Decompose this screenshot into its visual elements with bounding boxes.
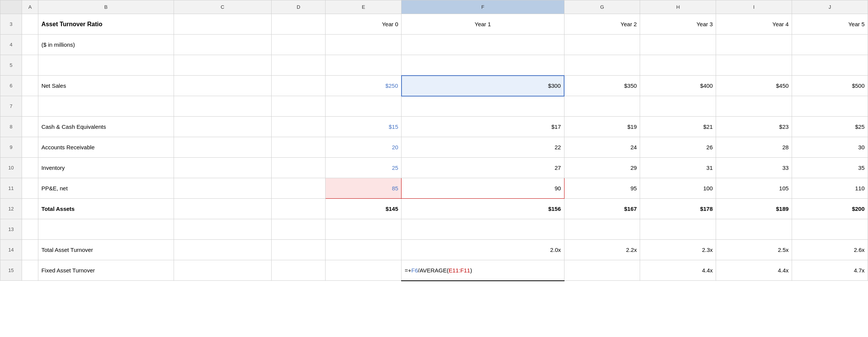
cell-f9[interactable]: 22: [402, 137, 564, 158]
cell-i9[interactable]: 28: [716, 137, 792, 158]
cell-f6[interactable]: $300: [402, 76, 564, 96]
col-header-f[interactable]: F: [402, 0, 564, 14]
cell-h14[interactable]: 2.3x: [640, 240, 716, 260]
cell-h12[interactable]: $178: [640, 199, 716, 219]
cell-f14[interactable]: 2.0x: [402, 240, 564, 260]
cell-j13[interactable]: [792, 219, 868, 240]
cell-d13[interactable]: [271, 219, 326, 240]
cell-b3[interactable]: Asset Turnover Ratio: [38, 14, 174, 35]
cell-d12[interactable]: [271, 199, 326, 219]
cell-i8[interactable]: $23: [716, 117, 792, 137]
cell-c7[interactable]: [174, 96, 271, 117]
cell-g9[interactable]: 24: [564, 137, 640, 158]
cell-a13[interactable]: [22, 219, 38, 240]
cell-j7[interactable]: [792, 96, 868, 117]
cell-h6[interactable]: $400: [640, 76, 716, 96]
cell-c14[interactable]: [174, 240, 271, 260]
cell-d8[interactable]: [271, 117, 326, 137]
cell-d14[interactable]: [271, 240, 326, 260]
cell-e7[interactable]: [326, 96, 402, 117]
cell-f5[interactable]: [402, 55, 564, 76]
cell-d10[interactable]: [271, 158, 326, 178]
cell-c10[interactable]: [174, 158, 271, 178]
cell-j9[interactable]: 30: [792, 137, 868, 158]
cell-e9[interactable]: 20: [326, 137, 402, 158]
cell-f4[interactable]: [402, 35, 564, 55]
cell-j15[interactable]: 4.7x: [792, 260, 868, 281]
cell-a7[interactable]: [22, 96, 38, 117]
cell-a11[interactable]: [22, 178, 38, 199]
cell-i12[interactable]: $189: [716, 199, 792, 219]
cell-g7[interactable]: [564, 96, 640, 117]
col-header-d[interactable]: D: [271, 0, 326, 14]
cell-h7[interactable]: [640, 96, 716, 117]
cell-e10[interactable]: 25: [326, 158, 402, 178]
cell-h5[interactable]: [640, 55, 716, 76]
col-header-b[interactable]: B: [38, 0, 174, 14]
cell-h10[interactable]: 31: [640, 158, 716, 178]
cell-g11[interactable]: 95: [564, 178, 640, 199]
cell-b6[interactable]: Net Sales: [38, 76, 174, 96]
cell-a12[interactable]: [22, 199, 38, 219]
cell-d11[interactable]: [271, 178, 326, 199]
cell-g12[interactable]: $167: [564, 199, 640, 219]
cell-h15[interactable]: 4.4x: [640, 260, 716, 281]
cell-e3[interactable]: Year 0: [326, 14, 402, 35]
cell-d6[interactable]: [271, 76, 326, 96]
cell-c11[interactable]: [174, 178, 271, 199]
cell-f10[interactable]: 27: [402, 158, 564, 178]
cell-j11[interactable]: 110: [792, 178, 868, 199]
cell-b14[interactable]: Total Asset Turnover: [38, 240, 174, 260]
cell-c8[interactable]: [174, 117, 271, 137]
cell-a4[interactable]: [22, 35, 38, 55]
cell-f7[interactable]: [402, 96, 564, 117]
cell-d9[interactable]: [271, 137, 326, 158]
cell-e12[interactable]: $145: [326, 199, 402, 219]
col-header-i[interactable]: I: [716, 0, 792, 14]
cell-d4[interactable]: [271, 35, 326, 55]
cell-g6[interactable]: $350: [564, 76, 640, 96]
cell-f12[interactable]: $156: [402, 199, 564, 219]
cell-e4[interactable]: [326, 35, 402, 55]
cell-a8[interactable]: [22, 117, 38, 137]
cell-c9[interactable]: [174, 137, 271, 158]
cell-b8[interactable]: Cash & Cash Equivalents: [38, 117, 174, 137]
cell-i13[interactable]: [716, 219, 792, 240]
cell-b13[interactable]: [38, 219, 174, 240]
cell-j12[interactable]: $200: [792, 199, 868, 219]
cell-f15[interactable]: =+F6/AVERAGE(E11:F11): [402, 260, 564, 281]
cell-f11[interactable]: 90: [402, 178, 564, 199]
cell-g3[interactable]: Year 2: [564, 14, 640, 35]
col-header-g[interactable]: G: [564, 0, 640, 14]
cell-e13[interactable]: [326, 219, 402, 240]
cell-d7[interactable]: [271, 96, 326, 117]
cell-b15[interactable]: Fixed Asset Turnover: [38, 260, 174, 281]
cell-b4[interactable]: ($ in millions): [38, 35, 174, 55]
cell-a5[interactable]: [22, 55, 38, 76]
cell-i10[interactable]: 33: [716, 158, 792, 178]
cell-j14[interactable]: 2.6x: [792, 240, 868, 260]
cell-i4[interactable]: [716, 35, 792, 55]
cell-c5[interactable]: [174, 55, 271, 76]
cell-b12[interactable]: Total Assets: [38, 199, 174, 219]
cell-g8[interactable]: $19: [564, 117, 640, 137]
cell-j6[interactable]: $500: [792, 76, 868, 96]
cell-c4[interactable]: [174, 35, 271, 55]
cell-h13[interactable]: [640, 219, 716, 240]
cell-g14[interactable]: 2.2x: [564, 240, 640, 260]
cell-f3[interactable]: Year 1: [402, 14, 564, 35]
cell-c15[interactable]: [174, 260, 271, 281]
cell-i3[interactable]: Year 4: [716, 14, 792, 35]
cell-g10[interactable]: 29: [564, 158, 640, 178]
cell-c3[interactable]: [174, 14, 271, 35]
cell-g13[interactable]: [564, 219, 640, 240]
cell-a15[interactable]: [22, 260, 38, 281]
cell-c13[interactable]: [174, 219, 271, 240]
cell-j3[interactable]: Year 5: [792, 14, 868, 35]
cell-b11[interactable]: PP&E, net: [38, 178, 174, 199]
cell-e5[interactable]: [326, 55, 402, 76]
cell-g4[interactable]: [564, 35, 640, 55]
cell-e6[interactable]: $250: [326, 76, 402, 96]
cell-j10[interactable]: 35: [792, 158, 868, 178]
cell-f13[interactable]: [402, 219, 564, 240]
